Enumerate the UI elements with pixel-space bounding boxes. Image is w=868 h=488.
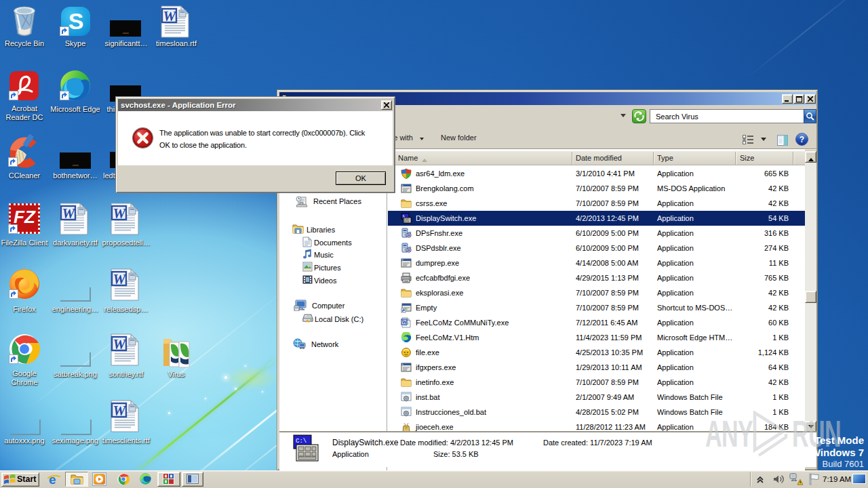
- svg-text:C:\: C:\: [296, 438, 307, 445]
- svg-text:e: e: [49, 472, 56, 486]
- svg-text:?: ?: [800, 135, 804, 144]
